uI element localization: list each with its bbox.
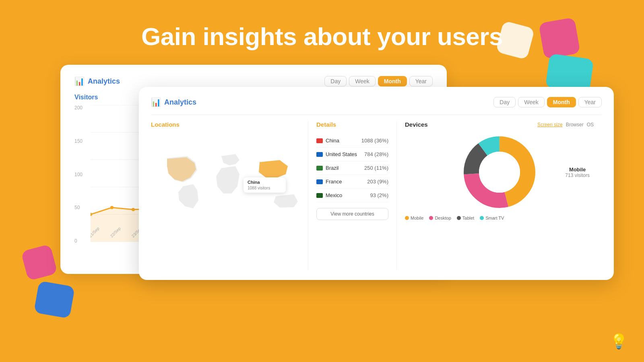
legend-dot-mobile <box>405 216 409 220</box>
deco-shape-pink <box>539 17 580 59</box>
devices-header: Devices Screen size Browser OS <box>405 121 594 128</box>
lightbulb-icon: 💡 <box>610 333 628 350</box>
front-time-filters[interactable]: Day Week Month Year <box>493 97 602 107</box>
value-usa: 784 (28%) <box>364 151 388 157</box>
country-mexico: Mexico <box>316 192 342 198</box>
value-china: 1088 (36%) <box>361 138 388 144</box>
back-filter-year[interactable]: Year <box>409 76 433 86</box>
flag-mexico <box>316 193 323 198</box>
svg-point-9 <box>132 208 135 211</box>
devices-legend: Mobile Desktop Tablet Smart TV <box>405 216 594 220</box>
legend-dot-tablet <box>457 216 461 220</box>
locations-title: Locations <box>151 121 300 128</box>
front-bar-chart-icon: 📊 <box>151 97 161 107</box>
svg-text:1088 visitors: 1088 visitors <box>248 186 270 190</box>
country-france: France <box>316 179 342 185</box>
back-analytics-label: Analytics <box>88 77 120 86</box>
deco-shape-pink-left <box>21 244 58 281</box>
device-center-name: Mobile <box>565 167 590 173</box>
front-filter-month[interactable]: Month <box>547 97 576 107</box>
back-analytics-title: 📊 Analytics <box>74 76 120 86</box>
donut-chart-area: Mobile 713 visitors <box>405 132 594 212</box>
detail-row-brazil: Brazil 250 (11%) <box>316 161 388 175</box>
country-usa: United States <box>316 151 357 157</box>
back-filter-day[interactable]: Day <box>324 76 347 86</box>
details-panel: Details China 1088 (36%) United States 7… <box>308 121 397 270</box>
legend-desktop: Desktop <box>429 216 451 220</box>
legend-dot-smarttv <box>480 216 484 220</box>
back-filter-week[interactable]: Week <box>349 76 376 86</box>
device-tabs[interactable]: Screen size Browser OS <box>537 122 594 128</box>
front-card-body: Locations <box>151 121 602 270</box>
country-china: China <box>316 138 339 144</box>
world-map-svg: China 1088 visitors <box>151 134 300 230</box>
legend-dot-desktop <box>429 216 433 220</box>
back-filter-month[interactable]: Month <box>378 76 407 86</box>
front-filter-week[interactable]: Week <box>518 97 545 107</box>
devices-panel: Devices Screen size Browser OS <box>397 121 602 270</box>
front-filter-day[interactable]: Day <box>493 97 516 107</box>
country-name-france: France <box>326 179 342 185</box>
detail-row-china: China 1088 (36%) <box>316 134 388 148</box>
front-filter-year[interactable]: Year <box>578 97 602 107</box>
legend-smarttv: Smart TV <box>480 216 504 220</box>
device-center-count: 713 visitors <box>565 173 590 178</box>
legend-tablet: Tablet <box>457 216 474 220</box>
legend-label-tablet: Tablet <box>462 216 474 220</box>
front-analytics-label: Analytics <box>164 98 196 107</box>
country-name-china: China <box>326 138 339 144</box>
front-card-header: 📊 Analytics Day Week Month Year <box>151 97 602 107</box>
tab-screen-size[interactable]: Screen size <box>537 122 563 128</box>
legend-label-mobile: Mobile <box>411 216 423 220</box>
flag-usa <box>316 152 323 157</box>
value-brazil: 250 (11%) <box>364 165 388 171</box>
flag-france <box>316 179 323 184</box>
country-name-mexico: Mexico <box>326 192 342 198</box>
detail-row-france: France 203 (9%) <box>316 175 388 189</box>
country-name-brazil: Brazil <box>326 165 339 171</box>
flag-china <box>316 138 323 143</box>
svg-point-8 <box>110 206 114 209</box>
donut-svg <box>459 132 540 212</box>
details-title: Details <box>316 121 388 128</box>
donut-center-label: Mobile 713 visitors <box>565 167 590 178</box>
back-card-header: 📊 Analytics Day Week Month Year <box>74 76 433 86</box>
country-brazil: Brazil <box>316 165 339 171</box>
value-mexico: 93 (2%) <box>370 192 388 198</box>
devices-title: Devices <box>405 121 428 128</box>
view-more-countries-button[interactable]: View more countries <box>316 208 388 220</box>
legend-label-smarttv: Smart TV <box>485 216 504 220</box>
legend-mobile: Mobile <box>405 216 423 220</box>
tab-os[interactable]: OS <box>587 122 594 128</box>
bar-chart-icon: 📊 <box>74 76 85 86</box>
locations-panel: Locations <box>151 121 308 270</box>
map-area: China 1088 visitors <box>151 134 300 239</box>
analytics-front-card: 📊 Analytics Day Week Month Year Location… <box>139 87 614 280</box>
back-time-filters[interactable]: Day Week Month Year <box>324 76 433 86</box>
value-france: 203 (9%) <box>367 179 388 185</box>
front-analytics-title: 📊 Analytics <box>151 97 196 107</box>
svg-point-48 <box>479 152 520 193</box>
legend-label-desktop: Desktop <box>435 216 451 220</box>
detail-row-mexico: Mexico 93 (2%) <box>316 189 388 202</box>
flag-brazil <box>316 166 323 171</box>
tab-browser[interactable]: Browser <box>566 122 584 128</box>
y-axis-labels: 200 150 100 50 0 <box>74 105 83 246</box>
country-name-usa: United States <box>326 151 357 157</box>
svg-text:China: China <box>248 180 260 185</box>
detail-row-usa: United States 784 (28%) <box>316 148 388 161</box>
